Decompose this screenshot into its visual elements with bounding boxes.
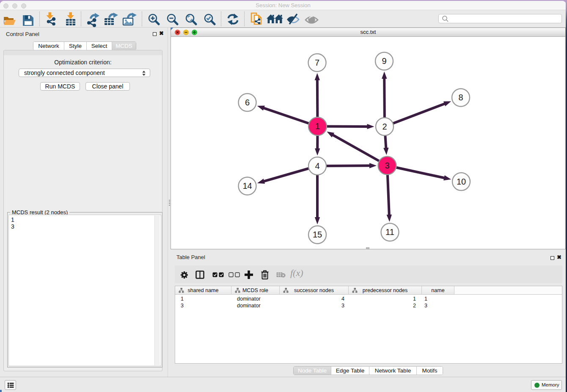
svg-text:6: 6 xyxy=(245,98,250,107)
svg-text:8: 8 xyxy=(458,93,463,102)
svg-text:2: 2 xyxy=(382,122,387,131)
svg-text:1: 1 xyxy=(315,121,320,131)
svg-text:3: 3 xyxy=(385,161,389,170)
svg-text:15: 15 xyxy=(313,230,322,239)
svg-text:10: 10 xyxy=(457,177,466,186)
svg-text:4: 4 xyxy=(315,161,319,171)
svg-text:9: 9 xyxy=(382,56,386,66)
svg-text:7: 7 xyxy=(315,58,319,67)
svg-text:14: 14 xyxy=(242,181,252,190)
svg-text:11: 11 xyxy=(385,227,394,237)
